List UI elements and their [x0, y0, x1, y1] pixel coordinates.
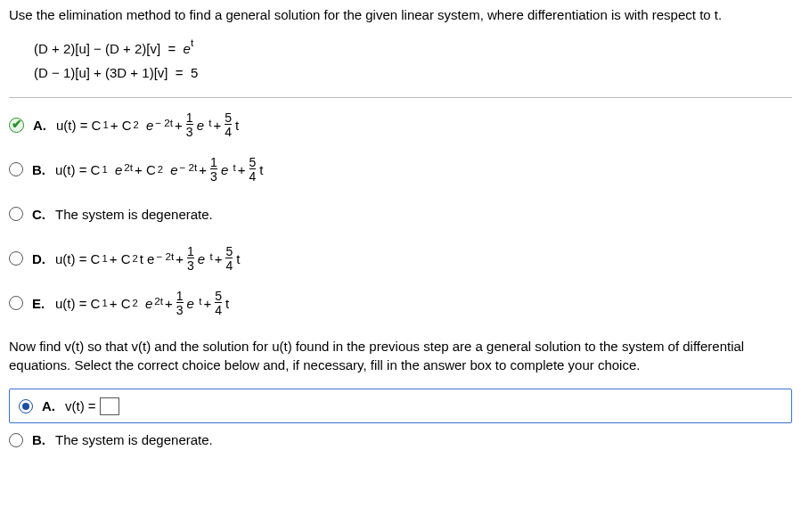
option-b-formula: u(t) = C1 e2t + C2 e− 2t + 13 e t + 54 t: [55, 156, 263, 183]
option-d-label: D.: [32, 250, 55, 268]
radio-vb[interactable]: [9, 433, 23, 447]
option-vb-text: The system is degenerate.: [55, 430, 213, 449]
options-list: A. u(t) = C1 + C2 e− 2t + 13 e t + 54 t …: [9, 107, 792, 321]
option-a-row[interactable]: A. u(t) = C1 + C2 e− 2t + 13 e t + 54 t: [9, 107, 792, 143]
option-e-row[interactable]: E. u(t) = C1 + C2 e2t + 13 e t + 54 t: [9, 285, 792, 321]
equation-2: (D − 1)[u] + (3D + 1)[v] = 5: [34, 61, 792, 85]
equation-1: (D + 2)[u] − (D + 2)[v] = et: [34, 37, 792, 61]
option-va-label: A.: [42, 397, 65, 415]
option-vb-row[interactable]: B. The system is degenerate.: [9, 430, 792, 449]
equation-block: (D + 2)[u] − (D + 2)[v] = et (D − 1)[u] …: [34, 37, 792, 85]
option-b-label: B.: [32, 160, 55, 179]
option-b-row[interactable]: B. u(t) = C1 e2t + C2 e− 2t + 13 e t + 5…: [9, 151, 792, 187]
option-a-formula: u(t) = C1 + C2 e− 2t + 13 e t + 54 t: [56, 111, 239, 138]
option-d-formula: u(t) = C1 + C2 t e− 2t + 13 e t + 54 t: [55, 245, 240, 272]
option-a-label: A.: [33, 116, 56, 135]
part2-intro: Now find v(t) so that v(t) and the solut…: [9, 337, 792, 374]
option-c-label: C.: [32, 205, 55, 224]
option-e-label: E.: [32, 294, 55, 313]
option-va-row[interactable]: A. v(t) =: [9, 389, 792, 423]
option-c-row[interactable]: C. The system is degenerate.: [9, 196, 792, 232]
option-vb-label: B.: [32, 430, 55, 449]
divider: [9, 97, 792, 98]
problem-intro: Use the elimination method to find a gen…: [9, 5, 792, 24]
radio-d[interactable]: [9, 251, 23, 266]
radio-e[interactable]: [9, 296, 23, 310]
option-d-row[interactable]: D. u(t) = C1 + C2 t e− 2t + 13 e t + 54 …: [9, 241, 792, 276]
option-c-text: The system is degenerate.: [55, 205, 213, 224]
option-e-formula: u(t) = C1 + C2 e2t + 13 e t + 54 t: [55, 290, 229, 316]
radio-b[interactable]: [9, 162, 23, 176]
radio-c[interactable]: [9, 207, 23, 221]
vt-input[interactable]: [100, 397, 119, 415]
option-va-text: v(t) =: [65, 397, 96, 415]
radio-va[interactable]: [19, 399, 33, 413]
radio-a[interactable]: [9, 118, 24, 133]
